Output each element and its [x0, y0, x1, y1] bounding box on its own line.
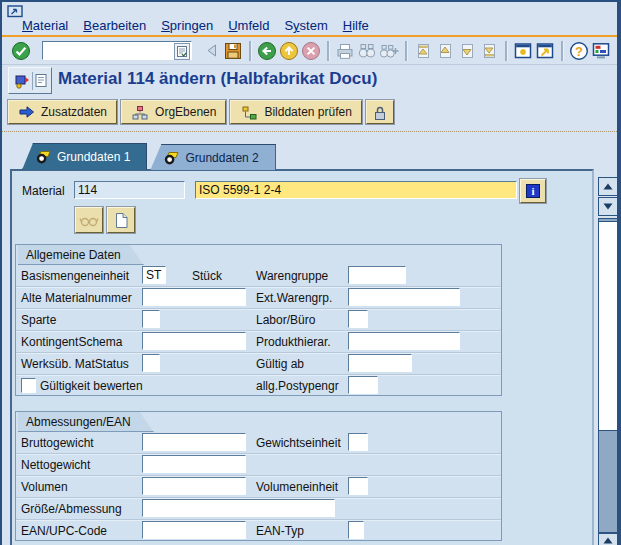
field-label: Werksüb. MatStatus: [21, 357, 129, 371]
field-label: Warengruppe: [256, 269, 328, 283]
form-row: Sparte Labor/Büro: [16, 309, 501, 331]
volumeneinheit-input[interactable]: [348, 477, 368, 495]
enter-icon[interactable]: [10, 40, 32, 62]
info-button[interactable]: i: [520, 179, 546, 203]
warengruppe-input[interactable]: [348, 266, 406, 284]
group-allgemeine-daten: Allgemeine Daten Basismengeneinheit Stüc…: [15, 244, 502, 396]
create-shortcut-icon[interactable]: [534, 40, 556, 62]
customize-layout-icon[interactable]: [590, 40, 612, 62]
group-header: Allgemeine Daten: [16, 245, 501, 265]
previous-page-icon[interactable]: [434, 40, 456, 62]
field-label: Gewichtseinheit: [256, 436, 341, 450]
group-abmessungen-ean: Abmessungen/EAN Bruttogewicht Gewichtsei…: [15, 411, 502, 541]
volumen-input[interactable]: [142, 477, 246, 495]
menu-springen[interactable]: Springen: [161, 18, 213, 33]
menu-umfeld[interactable]: Umfeld: [228, 18, 269, 33]
gueltigkeit-bewerten-checkbox[interactable]: [21, 378, 36, 393]
field-label: Bruttogewicht: [21, 436, 94, 450]
sparte-input[interactable]: [142, 310, 160, 328]
allg-postypengr-input[interactable]: [348, 376, 378, 394]
toolbar-separator: [505, 41, 507, 61]
scroll-down-button[interactable]: [598, 197, 618, 216]
form-row: Alte Materialnummer Ext.Warengrp.: [16, 287, 501, 309]
menu-hilfe[interactable]: Hilfe: [343, 18, 369, 33]
exit-icon[interactable]: [278, 40, 300, 62]
create-button[interactable]: [107, 207, 135, 233]
scrollbar-thumb[interactable]: [598, 221, 618, 431]
menu-material[interactable]: Material: [22, 18, 68, 33]
last-page-icon[interactable]: [478, 40, 500, 62]
ean-typ-input[interactable]: [348, 521, 364, 539]
tab-grunddaten-2[interactable]: Grunddaten 2: [150, 144, 275, 170]
new-page-icon: [114, 212, 129, 229]
services-for-object-button[interactable]: [8, 67, 52, 94]
field-label: EAN/UPC-Code: [21, 524, 107, 538]
cancel-icon[interactable]: [300, 40, 322, 62]
next-page-icon[interactable]: [456, 40, 478, 62]
kontingentschema-input[interactable]: [142, 332, 246, 350]
command-history-icon[interactable]: [174, 43, 190, 60]
scroll-bottom-button[interactable]: [598, 533, 618, 545]
display-button[interactable]: [75, 207, 103, 233]
alte-materialnummer-input[interactable]: [142, 288, 246, 306]
toolbar-separator: [327, 41, 329, 61]
field-label: Ext.Warengrp.: [256, 291, 332, 305]
bruttogewicht-input[interactable]: [142, 433, 246, 451]
form-row: Volumen Volumeneinheit: [16, 476, 501, 498]
find-icon[interactable]: [356, 40, 378, 62]
field-label: Alte Materialnummer: [21, 291, 132, 305]
print-icon[interactable]: [334, 40, 356, 62]
back-icon[interactable]: [256, 40, 278, 62]
toolbar-separator: [561, 41, 563, 61]
field-label: EAN-Typ: [256, 524, 304, 538]
material-description-field[interactable]: [195, 181, 517, 199]
form-row: Bruttogewicht Gewichtseinheit: [16, 432, 501, 454]
scroll-up-button[interactable]: [598, 177, 618, 196]
form-row: Größe/Abmessung: [16, 498, 501, 520]
lock-icon: [371, 104, 389, 121]
gewichtseinheit-input[interactable]: [348, 433, 368, 451]
gueltig-ab-input[interactable]: [348, 354, 412, 372]
find-next-icon[interactable]: [378, 40, 400, 62]
bilddaten-pruefen-button[interactable]: Bilddaten prüfen: [230, 100, 361, 124]
lock-button[interactable]: [366, 100, 394, 124]
arrow-up-icon: [603, 183, 613, 190]
command-input[interactable]: [42, 41, 192, 60]
application-toolbar: Zusatzdaten OrgEbenen Bilddaten prüfen: [2, 98, 617, 132]
toolbar-separator: [405, 41, 407, 61]
unit-description: Stück: [192, 269, 222, 283]
back-triangle-icon[interactable]: [200, 40, 222, 62]
material-number-field[interactable]: [74, 181, 185, 199]
first-page-icon[interactable]: [412, 40, 434, 62]
arrow-down-icon: [603, 203, 613, 210]
form-row: EAN/UPC-Code EAN-Typ: [16, 520, 501, 541]
vertical-scrollbar: [598, 177, 618, 545]
menu-system[interactable]: System: [284, 18, 327, 33]
field-label: Sparte: [21, 313, 56, 327]
ean-upc-code-input[interactable]: [142, 521, 246, 539]
orgebenen-button[interactable]: OrgEbenen: [121, 100, 226, 124]
help-icon[interactable]: ?: [568, 40, 590, 62]
field-label: KontingentSchema: [21, 335, 122, 349]
werksueb-matstatus-input[interactable]: [142, 354, 160, 372]
menu-bearbeiten[interactable]: Bearbeiten: [83, 18, 146, 33]
arrow-right-icon: [18, 105, 35, 119]
sap-window: { "menu": { "items": [ {"label": "Materi…: [0, 0, 621, 545]
field-label: Labor/Büro: [256, 313, 315, 327]
new-session-icon[interactable]: [512, 40, 534, 62]
tab-grunddaten-1[interactable]: Grunddaten 1: [22, 143, 147, 170]
labor-buero-input[interactable]: [348, 310, 368, 328]
glasses-icon: [79, 213, 99, 228]
group-title: Abmessungen/EAN: [18, 412, 154, 432]
nettogewicht-input[interactable]: [142, 455, 246, 473]
save-icon[interactable]: [222, 40, 244, 62]
zusatzdaten-button[interactable]: Zusatzdaten: [8, 100, 117, 124]
basismengeneinheit-input[interactable]: [142, 266, 166, 284]
view-icon: [35, 150, 51, 164]
produkthierar-input[interactable]: [348, 332, 460, 350]
ext-warengrp-input[interactable]: [348, 288, 460, 306]
field-label: Nettogewicht: [21, 458, 90, 472]
groesse-abmessung-input[interactable]: [142, 499, 335, 517]
field-label: allg.Postypengr: [256, 379, 339, 393]
object-services-icon: [14, 73, 30, 89]
